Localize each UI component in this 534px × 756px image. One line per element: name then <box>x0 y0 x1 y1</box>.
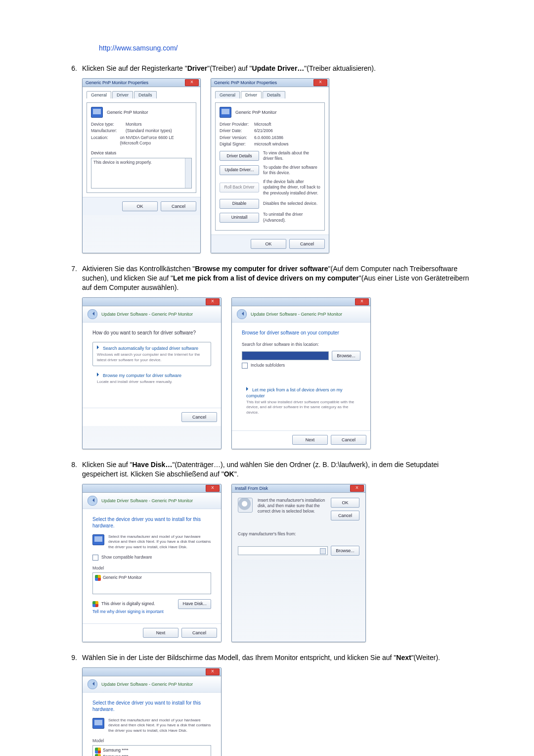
document-page: http://www.samsung.com/ 6. Klicken Sie a… <box>0 0 534 756</box>
k: Location: <box>91 135 120 146</box>
monitor-icon <box>220 107 231 118</box>
cancel-button[interactable]: Cancel <box>331 511 359 520</box>
tab-general[interactable]: General <box>87 91 111 98</box>
close-icon[interactable]: X <box>206 668 220 675</box>
signed-row: This driver is digitally signed. Have Di… <box>92 599 211 609</box>
include-subfolders-checkbox[interactable]: Include subfolders <box>242 363 360 369</box>
t: "(Treiber) auf " <box>207 64 252 72</box>
step-number: 7. <box>59 264 82 292</box>
back-icon[interactable] <box>88 679 97 689</box>
option-browse-computer[interactable]: Browse my computer for driver software L… <box>92 369 211 388</box>
cancel-button[interactable]: Cancel <box>181 628 217 638</box>
monitor-icon <box>92 718 104 729</box>
close-icon[interactable]: X <box>185 79 199 86</box>
show-compatible-checkbox[interactable]: Show compatible hardware <box>92 555 211 561</box>
option-auto-search[interactable]: Search automatically for updated driver … <box>92 342 211 366</box>
window-title: Generic PnP Monitor Properties <box>211 80 280 86</box>
wizard-desc: Select the manufacturer and model of you… <box>108 534 211 550</box>
b: Update Driver… <box>252 64 305 72</box>
back-icon[interactable] <box>88 309 97 319</box>
update-driver-button[interactable]: Update Driver... <box>220 165 259 175</box>
status-textarea[interactable]: This device is working properly. <box>91 158 192 189</box>
t: "(Treiber aktualisieren). <box>304 64 376 72</box>
have-disk-button[interactable]: Have Disk... <box>178 599 211 609</box>
samsung-link[interactable]: http://www.samsung.com/ <box>99 44 178 52</box>
search-label: Search for driver software in this locat… <box>242 342 360 347</box>
close-icon[interactable]: X <box>355 298 369 305</box>
wizard-desc: Select the manufacturer and model of you… <box>108 718 211 733</box>
ok-button[interactable]: OK <box>331 498 359 508</box>
wizard-heading: Select the device driver you want to ins… <box>92 700 211 713</box>
step-text: Klicken Sie auf "Have Disk…"(Datenträger… <box>82 460 475 479</box>
close-icon[interactable]: X <box>350 485 364 492</box>
close-icon[interactable]: X <box>206 298 220 305</box>
next-button[interactable]: Next <box>292 435 328 445</box>
window-title: Install From Disk <box>232 485 271 491</box>
list-item-label: Samsung **** <box>103 754 129 756</box>
list-item[interactable]: Samsung **** <box>95 748 209 754</box>
step-text: Wählen Sie in der Liste der Bildschirme … <box>82 653 475 662</box>
option-desc: This list will show installed driver sof… <box>246 400 356 415</box>
shield-icon <box>95 754 101 756</box>
shield-icon <box>92 601 98 607</box>
b: Next <box>396 654 411 662</box>
checkbox-label: Include subfolders <box>251 363 285 368</box>
list-item-label: Samsung **** <box>103 748 129 753</box>
path-dropdown[interactable] <box>238 546 328 555</box>
list-item[interactable]: Samsung **** <box>95 754 209 756</box>
k: Device type: <box>91 122 126 127</box>
shield-icon <box>95 748 101 754</box>
list-item[interactable]: Generic PnP Monitor <box>95 575 209 581</box>
arrow-icon <box>97 373 101 377</box>
option-desc: Windows will search your computer and th… <box>97 352 207 363</box>
next-button[interactable]: Next <box>143 628 178 638</box>
disable-button[interactable]: Disable <box>220 199 259 209</box>
cancel-button[interactable]: Cancel <box>331 435 366 445</box>
checkbox-label: Show compatible hardware <box>101 555 152 560</box>
properties-dialog-driver: Generic PnP Monitor Properties X General… <box>211 78 329 253</box>
instruction-list: 6. Klicken Sie auf der Registerkarte "Dr… <box>59 64 475 73</box>
v: on NVIDIA GeForce 6600 LE (Microsoft Cor… <box>120 135 192 146</box>
monitor-icon <box>92 534 104 545</box>
tab-details[interactable]: Details <box>263 91 285 98</box>
step-8: 8. Klicken Sie auf "Have Disk…"(Datenträ… <box>59 460 475 479</box>
b: Driver <box>187 64 207 72</box>
arrow-icon <box>246 387 250 391</box>
model-list[interactable]: Generic PnP Monitor <box>92 572 211 594</box>
model-list[interactable]: Samsung **** Samsung **** <box>92 745 211 756</box>
tab-driver[interactable]: Driver <box>112 91 133 98</box>
wizard-search-options: X Update Driver Software - Generic PnP M… <box>82 297 222 449</box>
cancel-button[interactable]: Cancel <box>289 239 325 249</box>
t: Wählen Sie in der Liste der Bildschirme … <box>82 654 396 662</box>
cancel-button[interactable]: Cancel <box>161 201 196 211</box>
back-icon[interactable] <box>88 496 97 506</box>
rollback-driver-button[interactable]: Roll Back Driver <box>220 183 259 192</box>
close-icon[interactable]: X <box>206 485 220 492</box>
ok-button[interactable]: OK <box>122 201 158 211</box>
tab-driver[interactable]: Driver <box>241 91 262 98</box>
copy-from-label: Copy manufacturer's files from: <box>238 531 359 537</box>
properties-dialog-general: Generic PnP Monitor Properties X General… <box>82 78 201 253</box>
step9-figures: X Update Driver Software - Generic PnP M… <box>82 667 475 756</box>
location-field[interactable] <box>242 351 329 360</box>
checkbox-icon <box>242 363 248 369</box>
driver-details-button[interactable]: Driver Details <box>220 151 259 161</box>
k: Driver Version: <box>220 135 254 141</box>
tab-details[interactable]: Details <box>134 91 157 98</box>
signing-link[interactable]: Tell me why driver signing is important <box>92 609 211 614</box>
cancel-button[interactable]: Cancel <box>181 412 217 422</box>
tab-general[interactable]: General <box>215 91 240 98</box>
shield-icon <box>95 575 101 581</box>
list-item-label: Generic PnP Monitor <box>103 575 142 580</box>
b: OK <box>224 470 234 478</box>
close-icon[interactable]: X <box>313 79 327 86</box>
browse-button[interactable]: Browse... <box>332 351 360 361</box>
back-icon[interactable] <box>237 309 247 319</box>
step6-figures: Generic PnP Monitor Properties X General… <box>82 78 475 253</box>
scrollbar[interactable] <box>185 158 191 188</box>
browse-button[interactable]: Browse... <box>331 546 359 556</box>
option-pick-from-list[interactable]: Let me pick from a list of device driver… <box>242 383 360 419</box>
step-7: 7. Aktivieren Sie das Kontrollkästchen "… <box>59 264 475 292</box>
ok-button[interactable]: OK <box>251 239 286 249</box>
uninstall-button[interactable]: Uninstall <box>220 213 259 223</box>
